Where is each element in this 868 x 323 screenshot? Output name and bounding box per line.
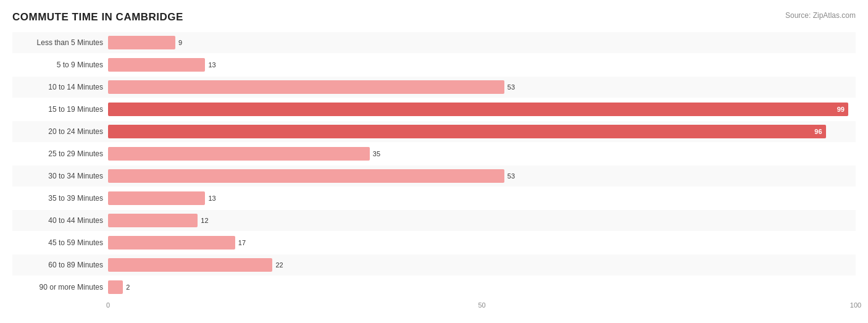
x-tick-label: 100	[850, 301, 861, 309]
bar-track: 13	[108, 58, 856, 72]
table-row: 40 to 44 Minutes 12	[12, 210, 856, 231]
bar-label: 35 to 39 Minutes	[12, 194, 108, 203]
bar-label: 5 to 9 Minutes	[12, 61, 108, 69]
bar-fill: 35	[108, 147, 370, 161]
bar-track: 9	[108, 36, 856, 49]
bar-fill: 13	[108, 191, 205, 205]
table-row: Less than 5 Minutes 9	[12, 32, 856, 53]
bar-fill: 22	[108, 258, 272, 272]
chart-source: Source: ZipAtlas.com	[785, 11, 856, 20]
bar-track: 2	[108, 280, 856, 294]
bar-value: 35	[373, 150, 380, 157]
table-row: 25 to 29 Minutes 35	[12, 143, 856, 164]
bar-fill: 96	[108, 125, 826, 138]
table-row: 5 to 9 Minutes 13	[12, 54, 856, 75]
bar-fill: 17	[108, 236, 235, 250]
bar-value: 53	[507, 83, 515, 91]
bar-fill: 9	[108, 36, 175, 49]
chart-container: COMMUTE TIME IN CAMBRIDGE Source: ZipAtl…	[0, 0, 868, 323]
bar-fill: 2	[108, 280, 123, 294]
table-row: 60 to 89 Minutes 22	[12, 254, 856, 275]
bar-track: 12	[108, 214, 856, 227]
bar-label: 60 to 89 Minutes	[12, 261, 108, 269]
bar-fill: 99	[108, 103, 848, 116]
bar-value: 96	[814, 128, 822, 135]
table-row: 20 to 24 Minutes 96	[12, 121, 856, 142]
bar-track: 35	[108, 147, 856, 161]
bar-value: 13	[208, 195, 215, 202]
table-row: 15 to 19 Minutes 99	[12, 99, 856, 120]
bar-value: 99	[837, 106, 845, 113]
x-tick-label: 0	[106, 301, 110, 309]
bar-label: 20 to 24 Minutes	[12, 127, 108, 136]
chart-title: COMMUTE TIME IN CAMBRIDGE	[12, 11, 183, 23]
bar-label: 25 to 29 Minutes	[12, 149, 108, 158]
x-axis: 050100	[12, 301, 856, 314]
x-tick-label: 50	[478, 301, 485, 309]
table-row: 30 to 34 Minutes 53	[12, 166, 856, 187]
bar-value: 13	[208, 61, 215, 69]
chart-area: Less than 5 Minutes 9 5 to 9 Minutes 13 …	[12, 32, 856, 298]
bar-track: 22	[108, 258, 856, 272]
table-row: 10 to 14 Minutes 53	[12, 77, 856, 98]
header-row: COMMUTE TIME IN CAMBRIDGE Source: ZipAtl…	[12, 11, 856, 23]
bar-label: 10 to 14 Minutes	[12, 83, 108, 91]
table-row: 90 or more Minutes 2	[12, 277, 856, 298]
bar-label: 15 to 19 Minutes	[12, 105, 108, 114]
bar-label: 90 or more Minutes	[12, 283, 108, 292]
bar-label: 45 to 59 Minutes	[12, 238, 108, 247]
bar-value: 9	[178, 39, 182, 46]
bar-label: 30 to 34 Minutes	[12, 172, 108, 180]
bar-value: 22	[275, 261, 283, 269]
bar-track: 53	[108, 169, 856, 183]
bar-track: 17	[108, 236, 856, 250]
bar-fill: 53	[108, 80, 504, 94]
bar-label: Less than 5 Minutes	[12, 38, 108, 47]
bar-track: 53	[108, 80, 856, 94]
bar-fill: 53	[108, 169, 504, 183]
bar-track: 96	[108, 125, 856, 138]
bar-track: 13	[108, 191, 856, 205]
bar-label: 40 to 44 Minutes	[12, 216, 108, 225]
table-row: 35 to 39 Minutes 13	[12, 188, 856, 209]
table-row: 45 to 59 Minutes 17	[12, 232, 856, 253]
bar-value: 2	[126, 283, 130, 291]
bar-fill: 13	[108, 58, 205, 72]
bar-track: 99	[108, 103, 856, 116]
bar-fill: 12	[108, 214, 198, 227]
bar-value: 53	[507, 172, 515, 180]
bar-value: 12	[201, 217, 208, 224]
bar-value: 17	[238, 239, 246, 246]
